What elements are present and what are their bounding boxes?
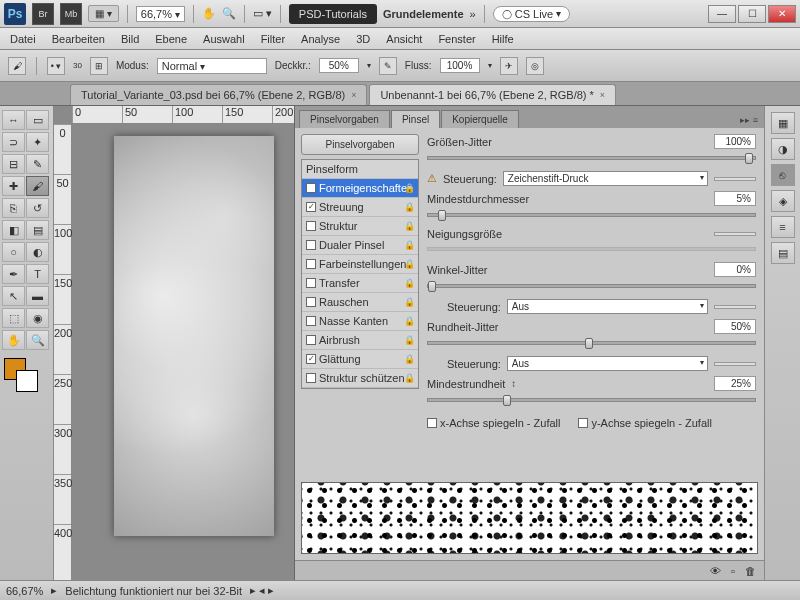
lock-icon[interactable]: 🔒: [404, 354, 415, 364]
stamp-tool[interactable]: ⎘: [2, 198, 25, 218]
xachse-checkbox[interactable]: [427, 418, 437, 428]
workspace-name[interactable]: Grundelemente: [383, 8, 464, 20]
move-tool[interactable]: ↔: [2, 110, 25, 130]
list-pinselform[interactable]: Pinselform: [302, 160, 418, 179]
lock-icon[interactable]: 🔒: [404, 183, 415, 193]
chevron-icon[interactable]: ▸ ◂ ▸: [250, 584, 274, 597]
window-close[interactable]: ✕: [768, 5, 796, 23]
list-streuung[interactable]: ✓Streuung🔒: [302, 198, 418, 217]
layers-icon[interactable]: ≡: [771, 216, 795, 238]
zoom-tool-icon[interactable]: 🔍: [222, 7, 236, 20]
dodge-tool[interactable]: ◐: [26, 242, 49, 262]
list-formeigenschaften[interactable]: ✓Formeigenschaften🔒: [302, 179, 418, 198]
checkbox[interactable]: ✓: [306, 202, 316, 212]
wand-tool[interactable]: ✦: [26, 132, 49, 152]
checkbox[interactable]: [306, 335, 316, 345]
menu-analyse[interactable]: Analyse: [301, 33, 340, 45]
brush-preset-icon[interactable]: • ▾: [47, 57, 65, 75]
lock-icon[interactable]: 🔒: [404, 221, 415, 231]
swatches-icon[interactable]: ▦: [771, 112, 795, 134]
lock-icon[interactable]: 🔒: [404, 259, 415, 269]
checkbox[interactable]: [306, 240, 316, 250]
path-tool[interactable]: ↖: [2, 286, 25, 306]
menu-ebene[interactable]: Ebene: [155, 33, 187, 45]
window-minimize[interactable]: —: [708, 5, 736, 23]
pinselvorgaben-button[interactable]: Pinselvorgaben: [301, 134, 419, 155]
blur-tool[interactable]: ○: [2, 242, 25, 262]
close-icon[interactable]: ×: [351, 90, 356, 100]
view-toggle-icon[interactable]: ▦ ▾: [88, 5, 119, 22]
brush-tool[interactable]: 🖌: [26, 176, 49, 196]
bridge-icon[interactable]: Br: [32, 3, 54, 25]
workspace-psd-tutorials[interactable]: PSD-Tutorials: [289, 4, 377, 24]
mindest-input[interactable]: 5%: [714, 191, 756, 206]
hand-tool[interactable]: ✋: [2, 330, 25, 350]
lock-icon[interactable]: 🔒: [404, 373, 415, 383]
minibridge-icon[interactable]: Mb: [60, 3, 82, 25]
rundheit-input[interactable]: 50%: [714, 319, 756, 334]
menu-3d[interactable]: 3D: [356, 33, 370, 45]
lock-icon[interactable]: 🔒: [404, 335, 415, 345]
channels-icon[interactable]: ▤: [771, 242, 795, 264]
panel-collapse-icon[interactable]: ▸▸ ≡: [734, 112, 764, 128]
checkbox[interactable]: [306, 259, 316, 269]
toggle-preview-icon[interactable]: 👁: [710, 565, 721, 577]
checkbox[interactable]: ✓: [306, 183, 316, 193]
screen-mode-icon[interactable]: ▭ ▾: [253, 7, 272, 20]
lock-icon[interactable]: 🔒: [404, 316, 415, 326]
brush-panel-toggle-icon[interactable]: ⊞: [90, 57, 108, 75]
menu-ansicht[interactable]: Ansicht: [386, 33, 422, 45]
menu-auswahl[interactable]: Auswahl: [203, 33, 245, 45]
doctab-unbenannt[interactable]: Unbenannt-1 bei 66,7% (Ebene 2, RGB/8) *…: [369, 84, 616, 105]
yachse-checkbox[interactable]: [578, 418, 588, 428]
close-icon[interactable]: ×: [600, 90, 605, 100]
checkbox[interactable]: ✓: [306, 354, 316, 364]
list-struktur[interactable]: Struktur🔒: [302, 217, 418, 236]
styles-icon[interactable]: ◈: [771, 190, 795, 212]
tablet-pressure-opacity-icon[interactable]: ✎: [379, 57, 397, 75]
type-tool[interactable]: T: [26, 264, 49, 284]
chevron-icon[interactable]: ▸: [51, 584, 57, 597]
list-rauschen[interactable]: Rauschen🔒: [302, 293, 418, 312]
crop-tool[interactable]: ⊟: [2, 154, 25, 174]
menu-datei[interactable]: Datei: [10, 33, 36, 45]
history-brush-tool[interactable]: ↺: [26, 198, 49, 218]
pen-tool[interactable]: ✒: [2, 264, 25, 284]
winkel-input[interactable]: 0%: [714, 262, 756, 277]
gradient-tool[interactable]: ▤: [26, 220, 49, 240]
modus-dropdown[interactable]: Normal ▾: [157, 58, 267, 74]
doctab-tutorial[interactable]: Tutorial_Variante_03.psd bei 66,7% (Eben…: [70, 84, 367, 105]
fluss-input[interactable]: 100%: [440, 58, 480, 73]
list-struktur-schuetzen[interactable]: Struktur schützen🔒: [302, 369, 418, 388]
mindestrund-input[interactable]: 25%: [714, 376, 756, 391]
menu-bearbeiten[interactable]: Bearbeiten: [52, 33, 105, 45]
list-dualer-pinsel[interactable]: Dualer Pinsel🔒: [302, 236, 418, 255]
list-farbeinstellungen[interactable]: Farbeinstellungen🔒: [302, 255, 418, 274]
mindest-slider[interactable]: [427, 213, 756, 217]
menu-bild[interactable]: Bild: [121, 33, 139, 45]
3d-tool[interactable]: ⬚: [2, 308, 25, 328]
window-maximize[interactable]: ☐: [738, 5, 766, 23]
new-preset-icon[interactable]: ▫: [731, 565, 735, 577]
heal-tool[interactable]: ✚: [2, 176, 25, 196]
list-airbrush[interactable]: Airbrush🔒: [302, 331, 418, 350]
marquee-tool[interactable]: ▭: [26, 110, 49, 130]
eraser-tool[interactable]: ◧: [2, 220, 25, 240]
canvas[interactable]: [114, 136, 274, 536]
rundheit-slider[interactable]: [427, 341, 756, 345]
lock-icon[interactable]: 🔒: [404, 202, 415, 212]
adjustments-icon[interactable]: ◑: [771, 138, 795, 160]
winkel-slider[interactable]: [427, 284, 756, 288]
list-nasse-kanten[interactable]: Nasse Kanten🔒: [302, 312, 418, 331]
3d-camera-tool[interactable]: ◉: [26, 308, 49, 328]
tablet-pressure-size-icon[interactable]: ◎: [526, 57, 544, 75]
zoom-tool[interactable]: 🔍: [26, 330, 49, 350]
groessen-jitter-input[interactable]: 100%: [714, 134, 756, 149]
steuerung1-dropdown[interactable]: Zeichenstift-Druck: [503, 171, 708, 186]
steuerung3-dropdown[interactable]: Aus: [507, 356, 708, 371]
eyedropper-tool[interactable]: ✎: [26, 154, 49, 174]
tab-kopierquelle[interactable]: Kopierquelle: [441, 110, 519, 128]
lasso-tool[interactable]: ⊃: [2, 132, 25, 152]
tab-pinsel[interactable]: Pinsel: [391, 110, 440, 128]
shape-tool[interactable]: ▬: [26, 286, 49, 306]
